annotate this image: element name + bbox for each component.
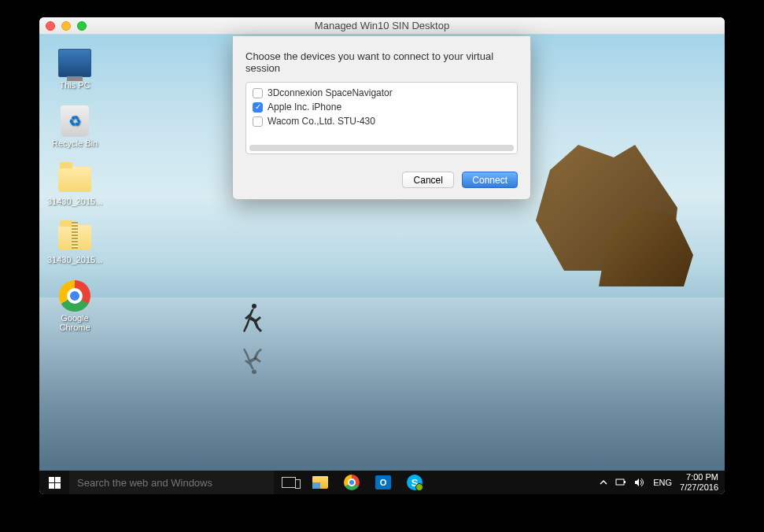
maximize-button[interactable]	[77, 21, 87, 31]
device-row-0[interactable]: 3Dconnexion SpaceNavigator	[248, 86, 515, 100]
task-view-button[interactable]	[274, 471, 304, 494]
taskbar: O S ENG 7:00 PM 7/27/2016	[39, 471, 725, 494]
wallpaper-runner-reflection	[240, 347, 264, 375]
zip-icon	[58, 225, 91, 250]
network-icon[interactable]	[615, 478, 626, 487]
search-input[interactable]	[69, 471, 274, 494]
chrome-label: Google Chrome	[47, 313, 102, 332]
dialog-buttons: Cancel Connect	[245, 172, 518, 188]
monitor-icon	[58, 49, 91, 77]
windows-logo-icon	[49, 477, 61, 489]
chrome-icon	[344, 475, 360, 490]
connect-button[interactable]: Connect	[462, 172, 518, 188]
device-label-0: 3Dconnexion SpaceNavigator	[268, 87, 393, 98]
dialog-prompt: Choose the devices you want to connect t…	[245, 50, 518, 74]
system-tray: ENG 7:00 PM 7/27/2016	[600, 472, 725, 493]
skype-taskbar-button[interactable]: S	[400, 471, 430, 494]
device-connect-dialog: Choose the devices you want to connect t…	[232, 36, 531, 200]
svg-rect-2	[616, 479, 624, 485]
list-scrollbar[interactable]	[249, 145, 514, 151]
device-checkbox-1[interactable]	[253, 102, 263, 113]
start-button[interactable]	[39, 471, 69, 494]
language-indicator[interactable]: ENG	[653, 478, 672, 487]
file-explorer-button[interactable]	[305, 471, 335, 494]
volume-icon[interactable]	[634, 478, 645, 487]
folder-1-label: 31430_2015...	[47, 197, 102, 206]
this-pc-icon[interactable]: This PC	[47, 49, 102, 90]
task-icons: O S	[274, 471, 430, 494]
chrome-taskbar-button[interactable]	[337, 471, 367, 494]
trash-icon	[61, 105, 89, 137]
clock-date: 7/27/2016	[680, 482, 718, 493]
wallpaper-reflection	[39, 297, 725, 471]
desktop-icons: This PC Recycle Bin 31430_2015... 31430_…	[47, 49, 102, 349]
device-list: 3Dconnexion SpaceNavigator Apple Inc. iP…	[245, 82, 518, 154]
skype-icon: S	[407, 475, 423, 490]
folder-icon	[58, 167, 91, 192]
outlook-icon: O	[375, 475, 391, 490]
task-view-icon	[282, 477, 296, 488]
device-row-2[interactable]: Wacom Co.,Ltd. STU-430	[248, 114, 515, 128]
svg-rect-3	[624, 481, 626, 483]
clock-time: 7:00 PM	[680, 472, 718, 482]
device-label-1: Apple Inc. iPhone	[268, 102, 341, 113]
device-checkbox-2[interactable]	[253, 116, 263, 127]
chrome-icon	[59, 280, 90, 312]
recycle-bin-icon[interactable]: Recycle Bin	[47, 107, 102, 148]
mac-window: Managed Win10 SIN Desktop This PC Recycl…	[39, 17, 725, 494]
outlook-taskbar-button[interactable]: O	[368, 471, 398, 494]
svg-point-0	[252, 304, 257, 308]
this-pc-label: This PC	[47, 80, 102, 90]
recycle-bin-label: Recycle Bin	[47, 139, 102, 148]
wallpaper-runner	[240, 302, 264, 334]
file-explorer-icon	[312, 476, 328, 489]
tray-chevron-up[interactable]	[600, 478, 607, 486]
device-row-1[interactable]: Apple Inc. iPhone	[248, 100, 515, 114]
minimize-button[interactable]	[61, 21, 71, 31]
device-checkbox-0[interactable]	[253, 88, 263, 98]
svg-point-1	[252, 370, 257, 374]
close-button[interactable]	[46, 21, 55, 31]
zip-folder-icon[interactable]: 31430_2015...	[47, 224, 102, 264]
folder-icon-1[interactable]: 31430_2015...	[47, 165, 102, 206]
cancel-button[interactable]: Cancel	[402, 172, 454, 188]
traffic-lights	[39, 21, 87, 31]
clock[interactable]: 7:00 PM 7/27/2016	[680, 472, 718, 493]
device-label-2: Wacom Co.,Ltd. STU-430	[268, 116, 375, 127]
mac-titlebar[interactable]: Managed Win10 SIN Desktop	[39, 17, 725, 35]
zip-folder-label: 31430_2015...	[47, 255, 102, 264]
window-title: Managed Win10 SIN Desktop	[315, 20, 449, 31]
google-chrome-icon[interactable]: Google Chrome	[47, 282, 102, 332]
